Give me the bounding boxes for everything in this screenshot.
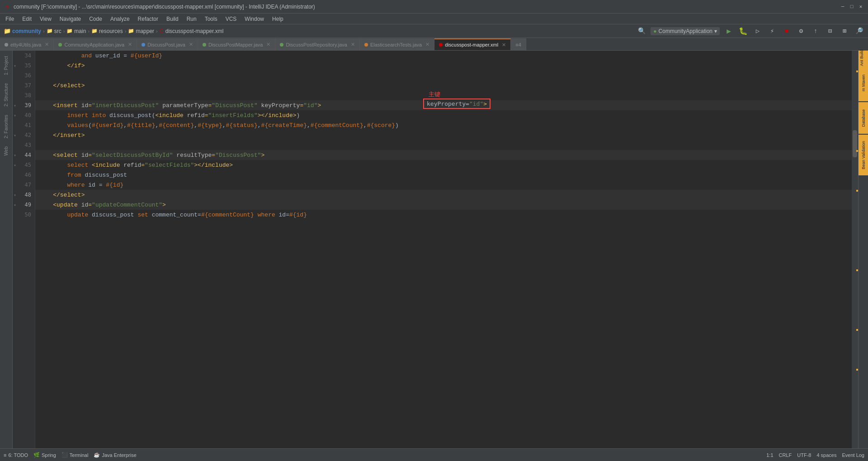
menu-file[interactable]: File — [2, 15, 18, 23]
menu-analyze[interactable]: Analyze — [107, 15, 133, 23]
scroll-marker-1 — [856, 71, 858, 72]
tab-etty4utils-label: etty4Utils.java — [10, 42, 41, 47]
line-num-48: ▾48 — [13, 190, 35, 200]
tab-discuss-post-repository-close[interactable]: ✕ — [351, 42, 355, 47]
tab-community-application[interactable]: CommunityApplication.java ✕ — [54, 38, 137, 50]
code-line-38 — [35, 90, 852, 100]
stop-button[interactable]: ■ — [781, 26, 792, 37]
sidebar-structure[interactable]: 2: Structure — [2, 80, 10, 110]
code-line-37: </select> — [35, 80, 852, 90]
search-everywhere-button[interactable]: 🔎 — [854, 26, 864, 37]
status-java-enterprise[interactable]: ☕ Java Enterprise — [94, 452, 136, 458]
status-crlf[interactable]: CRLF — [779, 452, 792, 458]
tab-discuss-post-repository[interactable]: DiscussPostRepository.java ✕ — [275, 38, 360, 50]
code-line-48: </select> — [35, 190, 852, 200]
run-config[interactable]: ● CommunityApplication ▾ — [651, 27, 720, 35]
tab-etty4utils-close[interactable]: ✕ — [45, 42, 49, 47]
run-button[interactable]: ▶ — [723, 26, 734, 37]
breadcrumb-mapper-label: mapper — [136, 28, 154, 34]
spring-icon: 🌿 — [33, 452, 40, 458]
breadcrumb-main[interactable]: 📁 main — [66, 28, 86, 34]
profile-button[interactable]: ⚡ — [767, 26, 778, 37]
line-num-35: ▾35 — [13, 61, 35, 71]
line-num-37: 37 — [13, 80, 35, 90]
settings-icon[interactable]: ⚙ — [796, 26, 807, 37]
status-terminal[interactable]: ⬛ Terminal — [61, 452, 89, 458]
run-with-coverage-button[interactable]: ▷ — [752, 26, 763, 37]
breadcrumb-resources[interactable]: 📁 resources — [91, 28, 123, 34]
vscrollbar[interactable] — [852, 51, 858, 448]
breadcrumb-src[interactable]: 📁 src — [47, 28, 61, 34]
menu-vcs[interactable]: VCS — [222, 15, 241, 23]
menu-code[interactable]: Code — [85, 15, 106, 23]
layout-button[interactable]: ⊟ — [825, 26, 835, 37]
menu-run[interactable]: Run — [183, 15, 200, 23]
breadcrumb-file[interactable]: ⬡ discusspost-mapper.xml — [160, 28, 224, 34]
sidebar-web[interactable]: Web — [2, 143, 10, 159]
scroll-marker-3 — [856, 190, 858, 192]
right-sidebar-database[interactable]: Database — [859, 102, 868, 134]
sidebar-favorites[interactable]: 2: Favorites — [2, 111, 10, 142]
tab-elasticsearch-tests[interactable]: ElasticsearchTests.java ✕ — [360, 38, 434, 50]
status-position[interactable]: 1:1 — [766, 452, 773, 458]
code-editor[interactable]: and user_id = #{userId} </if> </select> … — [35, 51, 852, 448]
tab-bar: etty4Utils.java ✕ CommunityApplication.j… — [0, 38, 868, 51]
menu-build[interactable]: Build — [163, 15, 182, 23]
menu-help[interactable]: Help — [269, 15, 287, 23]
debug-button[interactable]: 🐛 — [738, 26, 749, 37]
scroll-marker-2 — [856, 150, 858, 152]
code-line-39: <insert id="insertDiscussPost" parameter… — [35, 100, 852, 110]
line-num-49: ▾49 — [13, 200, 35, 210]
status-bar: ≡ 6: TODO 🌿 Spring ⬛ Terminal ☕ Java Ent… — [0, 448, 868, 461]
line-numbers: 34 ▾35 36 37 38 ▾39 ▾40 41 ▾42 43 ▾44 ▾4… — [13, 51, 35, 448]
breadcrumb-community[interactable]: 📁 community — [4, 28, 41, 34]
left-sidebar: 1: Project 2: Structure 2: Favorites Web — [0, 51, 13, 448]
breadcrumb-mapper[interactable]: 📁 mapper — [128, 28, 154, 34]
status-encoding[interactable]: UTF-8 — [797, 452, 811, 458]
line-num-42: ▾42 — [13, 130, 35, 140]
vcs-button[interactable]: ↑ — [810, 26, 821, 37]
tab-overflow-label: ≡4 — [515, 42, 521, 47]
expand-button[interactable]: ⊞ — [839, 26, 850, 37]
status-todo-icon: ≡ — [4, 452, 6, 458]
scroll-marker-4 — [856, 269, 858, 271]
breadcrumb-sep-3: › — [88, 28, 90, 34]
run-config-label: CommunityApplication — [659, 28, 712, 34]
status-indent[interactable]: 4 spaces — [816, 452, 836, 458]
code-line-36 — [35, 71, 852, 80]
status-event-log[interactable]: Event Log — [842, 452, 864, 458]
vscrollbar-thumb[interactable] — [853, 130, 857, 157]
code-line-40: insert into discuss_post(<include refid=… — [35, 110, 852, 120]
line-num-50: 50 — [13, 210, 35, 220]
menu-window[interactable]: Window — [241, 15, 268, 23]
menu-view[interactable]: View — [36, 15, 55, 23]
menu-tools[interactable]: Tools — [201, 15, 221, 23]
code-line-35: </if> — [35, 61, 852, 71]
tab-discuss-post-mapper[interactable]: DiscussPostMapper.java ✕ — [198, 38, 275, 50]
restore-button[interactable]: □ — [848, 3, 855, 10]
tab-discuss-post-mapper-close[interactable]: ✕ — [266, 42, 270, 47]
tab-discuss-post[interactable]: DiscussPost.java ✕ — [137, 38, 198, 50]
menu-refactor[interactable]: Refactor — [134, 15, 162, 23]
menu-navigate[interactable]: Navigate — [56, 15, 85, 23]
tab-community-application-close[interactable]: ✕ — [128, 42, 132, 47]
right-sidebar-bean-validation[interactable]: Bean Validation — [859, 135, 868, 175]
tab-elasticsearch-tests-close[interactable]: ✕ — [425, 42, 429, 47]
status-spring[interactable]: 🌿 Spring — [33, 452, 56, 458]
breadcrumb-community-label: community — [12, 28, 41, 34]
sidebar-project[interactable]: 1: Project — [2, 52, 10, 79]
search-icon[interactable]: 🔍 — [636, 26, 647, 37]
minimize-button[interactable]: ─ — [839, 3, 846, 10]
right-sidebar-ant-build[interactable]: Ant Build — [859, 51, 868, 65]
tab-etty4utils[interactable]: etty4Utils.java ✕ — [0, 38, 54, 50]
tab-discuss-post-close[interactable]: ✕ — [189, 42, 193, 47]
right-sidebar-maven[interactable]: m Maven — [859, 65, 868, 101]
close-button[interactable]: ✕ — [857, 3, 864, 10]
tab-overflow[interactable]: ≡4 — [511, 38, 526, 50]
scroll-marker-6 — [856, 369, 858, 371]
status-todo[interactable]: ≡ 6: TODO — [4, 452, 28, 458]
tab-discusspost-mapper-xml-close[interactable]: ✕ — [502, 42, 506, 48]
menu-edit[interactable]: Edit — [19, 15, 35, 23]
code-line-45: select <include refid="selectFields"></i… — [35, 160, 852, 170]
tab-discusspost-mapper-xml[interactable]: discusspost-mapper.xml ✕ — [434, 38, 511, 50]
